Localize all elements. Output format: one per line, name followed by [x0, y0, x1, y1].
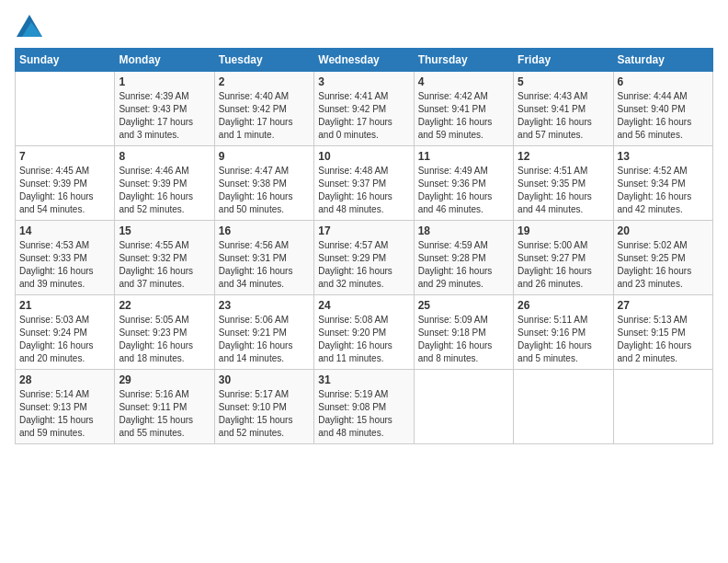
- day-info: Sunrise: 5:06 AM Sunset: 9:21 PM Dayligh…: [219, 314, 310, 365]
- day-number: 22: [119, 299, 210, 312]
- day-number: 6: [618, 75, 709, 88]
- day-info: Sunrise: 5:17 AM Sunset: 9:10 PM Dayligh…: [219, 388, 310, 440]
- day-cell: 19Sunrise: 5:00 AM Sunset: 9:27 PM Dayli…: [514, 221, 613, 295]
- header-cell-tuesday: Tuesday: [214, 49, 313, 72]
- day-cell: 29Sunrise: 5:16 AM Sunset: 9:11 PM Dayli…: [115, 370, 214, 444]
- day-info: Sunrise: 5:08 AM Sunset: 9:20 PM Dayligh…: [318, 314, 409, 365]
- day-number: 8: [119, 150, 210, 163]
- day-info: Sunrise: 5:00 AM Sunset: 9:27 PM Dayligh…: [518, 239, 609, 291]
- day-info: Sunrise: 5:14 AM Sunset: 9:13 PM Dayligh…: [19, 388, 110, 440]
- day-cell: 23Sunrise: 5:06 AM Sunset: 9:21 PM Dayli…: [214, 295, 313, 370]
- header-row: SundayMondayTuesdayWednesdayThursdayFrid…: [16, 49, 713, 72]
- day-cell: 13Sunrise: 4:52 AM Sunset: 9:34 PM Dayli…: [613, 146, 712, 221]
- day-cell: 7Sunrise: 4:45 AM Sunset: 9:39 PM Daylig…: [16, 146, 115, 221]
- day-info: Sunrise: 4:47 AM Sunset: 9:38 PM Dayligh…: [219, 165, 310, 216]
- day-info: Sunrise: 4:49 AM Sunset: 9:36 PM Dayligh…: [418, 165, 509, 216]
- day-number: 21: [19, 299, 110, 312]
- day-cell: 18Sunrise: 4:59 AM Sunset: 9:28 PM Dayli…: [414, 221, 513, 295]
- day-number: 27: [618, 299, 709, 312]
- day-info: Sunrise: 5:03 AM Sunset: 9:24 PM Dayligh…: [19, 314, 110, 365]
- day-info: Sunrise: 4:44 AM Sunset: 9:40 PM Dayligh…: [618, 90, 709, 142]
- day-info: Sunrise: 4:57 AM Sunset: 9:29 PM Dayligh…: [318, 239, 409, 291]
- day-cell: 24Sunrise: 5:08 AM Sunset: 9:20 PM Dayli…: [314, 295, 414, 370]
- header-cell-wednesday: Wednesday: [314, 49, 414, 72]
- day-cell: 25Sunrise: 5:09 AM Sunset: 9:18 PM Dayli…: [414, 295, 513, 370]
- day-cell: 10Sunrise: 4:48 AM Sunset: 9:37 PM Dayli…: [314, 146, 414, 221]
- day-info: Sunrise: 5:19 AM Sunset: 9:08 PM Dayligh…: [318, 388, 409, 440]
- day-cell: 11Sunrise: 4:49 AM Sunset: 9:36 PM Dayli…: [414, 146, 513, 221]
- day-cell: [613, 370, 712, 444]
- header-cell-sunday: Sunday: [16, 49, 115, 72]
- day-number: 28: [19, 373, 110, 386]
- day-cell: 3Sunrise: 4:41 AM Sunset: 9:42 PM Daylig…: [314, 72, 414, 146]
- day-number: 23: [219, 299, 310, 312]
- day-info: Sunrise: 4:45 AM Sunset: 9:39 PM Dayligh…: [19, 165, 110, 216]
- header-cell-monday: Monday: [115, 49, 214, 72]
- header-cell-thursday: Thursday: [414, 49, 513, 72]
- day-number: 17: [318, 224, 409, 237]
- day-info: Sunrise: 5:16 AM Sunset: 9:11 PM Dayligh…: [119, 388, 210, 440]
- logo: [15, 15, 42, 37]
- day-number: 30: [219, 373, 310, 386]
- day-info: Sunrise: 4:55 AM Sunset: 9:32 PM Dayligh…: [119, 239, 210, 291]
- calendar-container: SundayMondayTuesdayWednesdayThursdayFrid…: [0, 0, 728, 454]
- day-cell: 17Sunrise: 4:57 AM Sunset: 9:29 PM Dayli…: [314, 221, 414, 295]
- day-info: Sunrise: 5:05 AM Sunset: 9:23 PM Dayligh…: [119, 314, 210, 365]
- day-cell: 12Sunrise: 4:51 AM Sunset: 9:35 PM Dayli…: [514, 146, 613, 221]
- day-number: 12: [518, 150, 609, 163]
- day-cell: 21Sunrise: 5:03 AM Sunset: 9:24 PM Dayli…: [16, 295, 115, 370]
- day-number: 25: [418, 299, 509, 312]
- day-info: Sunrise: 4:42 AM Sunset: 9:41 PM Dayligh…: [418, 90, 509, 142]
- day-number: 26: [518, 299, 609, 312]
- day-info: Sunrise: 4:43 AM Sunset: 9:41 PM Dayligh…: [518, 90, 609, 142]
- day-info: Sunrise: 5:11 AM Sunset: 9:16 PM Dayligh…: [518, 314, 609, 365]
- day-number: 5: [518, 75, 609, 88]
- day-number: 16: [219, 224, 310, 237]
- week-row-5: 28Sunrise: 5:14 AM Sunset: 9:13 PM Dayli…: [16, 370, 713, 444]
- day-number: 4: [418, 75, 509, 88]
- day-info: Sunrise: 4:48 AM Sunset: 9:37 PM Dayligh…: [318, 165, 409, 216]
- day-cell: 1Sunrise: 4:39 AM Sunset: 9:43 PM Daylig…: [115, 72, 214, 146]
- logo-icon: [17, 15, 42, 37]
- day-number: 19: [518, 224, 609, 237]
- day-info: Sunrise: 4:53 AM Sunset: 9:33 PM Dayligh…: [19, 239, 110, 291]
- day-info: Sunrise: 5:13 AM Sunset: 9:15 PM Dayligh…: [618, 314, 709, 365]
- day-cell: 6Sunrise: 4:44 AM Sunset: 9:40 PM Daylig…: [613, 72, 712, 146]
- day-number: 2: [219, 75, 310, 88]
- day-cell: 20Sunrise: 5:02 AM Sunset: 9:25 PM Dayli…: [613, 221, 712, 295]
- calendar-table: SundayMondayTuesdayWednesdayThursdayFrid…: [15, 48, 713, 444]
- day-cell: 5Sunrise: 4:43 AM Sunset: 9:41 PM Daylig…: [514, 72, 613, 146]
- day-cell: 26Sunrise: 5:11 AM Sunset: 9:16 PM Dayli…: [514, 295, 613, 370]
- day-info: Sunrise: 4:51 AM Sunset: 9:35 PM Dayligh…: [518, 165, 609, 216]
- header-cell-saturday: Saturday: [613, 49, 712, 72]
- day-cell: 9Sunrise: 4:47 AM Sunset: 9:38 PM Daylig…: [214, 146, 313, 221]
- day-info: Sunrise: 4:41 AM Sunset: 9:42 PM Dayligh…: [318, 90, 409, 142]
- day-number: 20: [618, 224, 709, 237]
- day-number: 15: [119, 224, 210, 237]
- day-cell: 31Sunrise: 5:19 AM Sunset: 9:08 PM Dayli…: [314, 370, 414, 444]
- day-info: Sunrise: 4:46 AM Sunset: 9:39 PM Dayligh…: [119, 165, 210, 216]
- day-number: 31: [318, 373, 409, 386]
- day-cell: 4Sunrise: 4:42 AM Sunset: 9:41 PM Daylig…: [414, 72, 513, 146]
- week-row-3: 14Sunrise: 4:53 AM Sunset: 9:33 PM Dayli…: [16, 221, 713, 295]
- week-row-2: 7Sunrise: 4:45 AM Sunset: 9:39 PM Daylig…: [16, 146, 713, 221]
- day-cell: 2Sunrise: 4:40 AM Sunset: 9:42 PM Daylig…: [214, 72, 313, 146]
- day-cell: 16Sunrise: 4:56 AM Sunset: 9:31 PM Dayli…: [214, 221, 313, 295]
- day-number: 29: [119, 373, 210, 386]
- header: [15, 15, 713, 37]
- day-cell: 22Sunrise: 5:05 AM Sunset: 9:23 PM Dayli…: [115, 295, 214, 370]
- day-number: 18: [418, 224, 509, 237]
- day-info: Sunrise: 5:09 AM Sunset: 9:18 PM Dayligh…: [418, 314, 509, 365]
- day-cell: 28Sunrise: 5:14 AM Sunset: 9:13 PM Dayli…: [16, 370, 115, 444]
- day-cell: 15Sunrise: 4:55 AM Sunset: 9:32 PM Dayli…: [115, 221, 214, 295]
- day-info: Sunrise: 4:39 AM Sunset: 9:43 PM Dayligh…: [119, 90, 210, 142]
- day-info: Sunrise: 4:40 AM Sunset: 9:42 PM Dayligh…: [219, 90, 310, 142]
- day-info: Sunrise: 5:02 AM Sunset: 9:25 PM Dayligh…: [618, 239, 709, 291]
- header-cell-friday: Friday: [514, 49, 613, 72]
- day-number: 10: [318, 150, 409, 163]
- day-cell: [16, 72, 115, 146]
- day-number: 9: [219, 150, 310, 163]
- week-row-4: 21Sunrise: 5:03 AM Sunset: 9:24 PM Dayli…: [16, 295, 713, 370]
- day-number: 14: [19, 224, 110, 237]
- day-cell: 14Sunrise: 4:53 AM Sunset: 9:33 PM Dayli…: [16, 221, 115, 295]
